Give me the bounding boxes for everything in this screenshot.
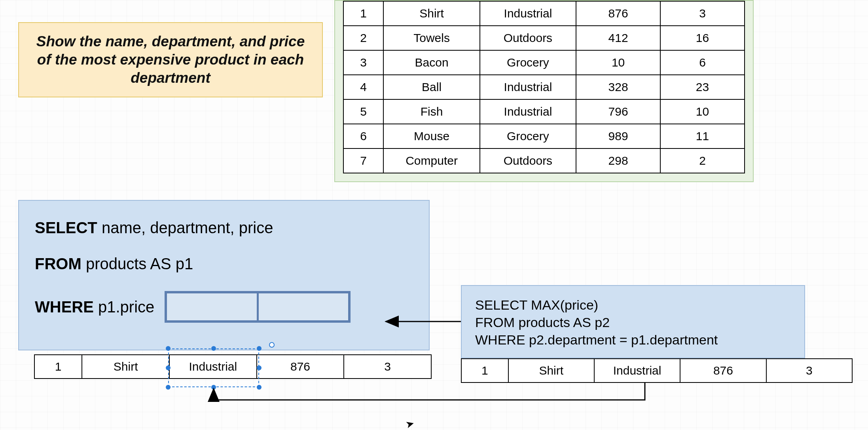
from-keyword: FROM [35,255,81,272]
selection-handle[interactable] [166,365,171,370]
table-row: 7 Computer Outdoors 298 2 [343,148,745,173]
selection-handle[interactable] [257,385,262,390]
from-line: FROM products AS p1 [35,255,413,273]
table-row: 4 Ball Industrial 328 23 [343,75,745,99]
where-line: WHERE p1.price [35,291,413,323]
select-cols: name, department, price [97,219,273,236]
where-body: p1.price [94,298,154,316]
outer-current-row: 1 Shirt Industrial 876 3 [34,354,432,379]
select-line: SELECT name, department, price [35,219,413,237]
rotation-handle[interactable] [269,342,275,348]
subquery-select: SELECT MAX(price) [475,296,791,314]
selection-handle[interactable] [257,346,262,351]
cell-colB: 3 [660,1,745,26]
table-row: 6 Mouse Grocery 989 11 [343,124,745,148]
question-box: Show the name, department, and price of … [18,22,323,97]
selection-handle[interactable] [166,385,171,390]
where-keyword: WHERE [35,298,94,316]
question-text: Show the name, department, and price of … [28,32,313,88]
from-body: products AS p1 [81,255,193,272]
cell-name: Shirt [383,1,479,26]
selection-handle[interactable] [166,346,171,351]
cell-id: 1 [343,1,383,26]
cell-department: Industrial [480,1,576,26]
products-table: 1 Shirt Industrial 876 3 2 Towels Outdoo… [343,1,745,173]
table-row: 1 Shirt Industrial 876 3 [343,1,745,26]
selection-handle[interactable] [257,365,262,370]
table-row: 3 Bacon Grocery 10 6 [343,50,745,75]
selection-handle[interactable] [211,385,216,390]
cursor-icon: ➤ [404,417,415,430]
inner-query-box: SELECT MAX(price) FROM products AS p2 WH… [461,285,805,358]
products-table-container: 1 Shirt Industrial 876 3 2 Towels Outdoo… [334,0,754,182]
table-row: 5 Fish Industrial 796 10 [343,99,745,124]
select-keyword: SELECT [35,219,97,236]
cell-colA: 876 [576,1,660,26]
inner-current-row: 1 Shirt Industrial 876 3 [461,358,853,383]
subquery-where: WHERE p2.department = p1.department [475,331,791,348]
where-placeholder-slot [165,291,351,323]
selection-handle[interactable] [211,346,216,351]
table-row: 2 Towels Outdoors 412 16 [343,26,745,50]
subquery-from: FROM products AS p2 [475,314,791,331]
outer-query-box: SELECT name, department, price FROM prod… [18,200,430,350]
